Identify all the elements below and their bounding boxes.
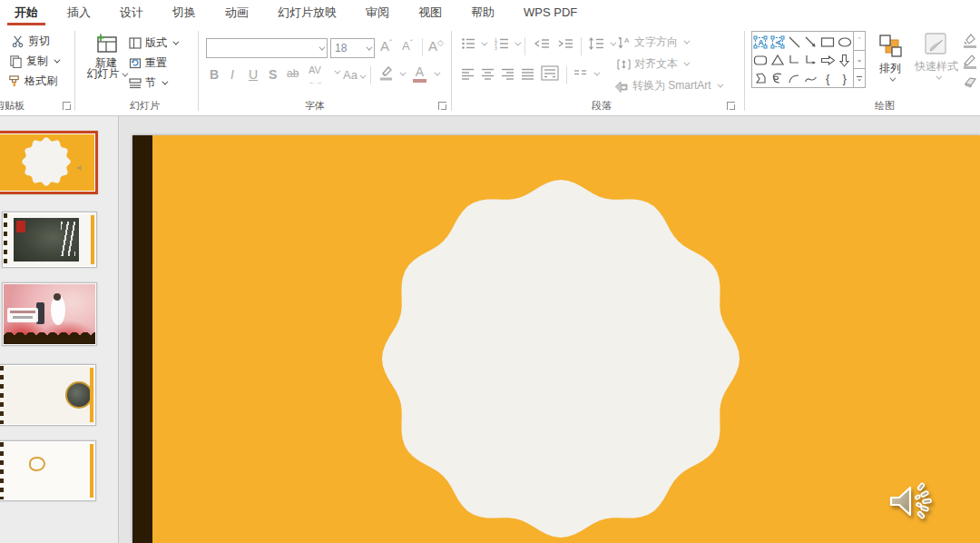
clipboard-dialog-launcher[interactable]: [63, 102, 71, 110]
tab-transitions[interactable]: 切换: [158, 0, 211, 25]
shape-arrow[interactable]: [803, 33, 820, 51]
font-dialog-launcher[interactable]: [438, 102, 446, 110]
tab-wps-pdf[interactable]: WPS PDF: [509, 0, 592, 25]
layout-button[interactable]: 版式: [129, 35, 177, 51]
increase-indent-button[interactable]: [557, 37, 573, 50]
copy-button[interactable]: 复制: [9, 54, 58, 69]
slide-thumbnail-panel: [0, 116, 119, 543]
tab-slideshow[interactable]: 幻灯片放映: [263, 0, 351, 25]
shape-elbow-arrow-connector[interactable]: [803, 51, 820, 69]
columns-button[interactable]: [573, 69, 598, 79]
thumb5-slide: [0, 442, 94, 499]
grow-font-button[interactable]: Aˆ: [380, 38, 392, 54]
character-spacing-button[interactable]: AV←→: [309, 64, 321, 86]
shape-freeform[interactable]: [752, 69, 769, 87]
tab-animations[interactable]: 动画: [211, 0, 263, 25]
thumb2-dashed-edge: [4, 213, 7, 266]
quick-styles-label: 快速样式: [915, 59, 958, 74]
underline-button[interactable]: U: [249, 67, 258, 82]
shadow-button[interactable]: S: [269, 67, 277, 82]
shape-scribble[interactable]: [769, 69, 787, 87]
shape-left-brace[interactable]: {: [819, 69, 837, 87]
cut-button[interactable]: 剪切: [11, 34, 50, 49]
numbering-button[interactable]: 123: [495, 37, 519, 50]
highlight-chevron[interactable]: [397, 69, 404, 78]
italic-button[interactable]: I: [230, 67, 234, 82]
slide-thumbnail-3[interactable]: [2, 282, 97, 346]
shape-right-arrow[interactable]: [819, 51, 837, 69]
tab-help[interactable]: 帮助: [456, 0, 509, 25]
clear-formatting-button[interactable]: A◇: [428, 38, 444, 54]
slide-thumbnail-4[interactable]: [0, 364, 96, 426]
font-color-chevron[interactable]: [432, 69, 438, 78]
section-button[interactable]: 节: [129, 75, 166, 91]
thumb4-accent-strip: [90, 368, 93, 422]
shrink-font-button[interactable]: Aˇ: [402, 38, 413, 53]
font-size-combobox[interactable]: 18: [330, 38, 375, 58]
paragraph-dialog-launcher[interactable]: [727, 102, 735, 110]
shape-horizontal-text-box[interactable]: A: [752, 33, 769, 51]
reset-button[interactable]: 重置: [129, 55, 167, 71]
decrease-indent-button[interactable]: [534, 37, 550, 50]
quick-styles-button[interactable]: 快速样式: [915, 31, 958, 80]
gallery-scroll-up[interactable]: ⌃: [854, 32, 865, 51]
text-direction-button[interactable]: A 文字方向: [617, 35, 688, 50]
format-painter-icon: [7, 74, 21, 88]
shape-arc[interactable]: [786, 69, 803, 87]
shape-right-brace[interactable]: }: [837, 69, 854, 87]
strikethrough-button[interactable]: ab: [287, 67, 299, 80]
smartart-label: 转换为 SmartArt: [632, 78, 711, 94]
align-right-button[interactable]: [501, 67, 514, 80]
bullets-button[interactable]: [461, 37, 485, 50]
font-name-combobox[interactable]: [206, 38, 328, 58]
shape-rectangle[interactable]: [819, 33, 837, 51]
new-slide-icon: [94, 34, 118, 55]
slide-thumbnail-2[interactable]: [2, 212, 97, 268]
slide-thumbnail-1[interactable]: [0, 131, 98, 194]
shape-elbow-connector[interactable]: [786, 51, 803, 69]
align-text-button[interactable]: 对齐文本: [617, 56, 688, 72]
justify-button[interactable]: [521, 67, 534, 80]
bold-button[interactable]: B: [210, 67, 219, 82]
change-case-button[interactable]: Aa: [343, 68, 364, 82]
tab-view[interactable]: 视图: [404, 0, 456, 25]
arrange-button[interactable]: 排列: [877, 33, 904, 82]
new-slide-button[interactable]: 新建 幻灯片: [87, 34, 125, 79]
shape-rounded-rectangle[interactable]: [752, 51, 769, 69]
align-left-button[interactable]: [461, 67, 475, 80]
thumb1-scallop-shape: [0, 134, 93, 191]
scalloped-circle-shape[interactable]: [132, 135, 980, 543]
shape-vertical-text-box[interactable]: A: [769, 33, 787, 51]
convert-smartart-button[interactable]: 转换为 SmartArt: [613, 78, 721, 94]
tab-review[interactable]: 审阅: [351, 0, 404, 25]
slide-thumbnail-5[interactable]: [0, 440, 96, 501]
align-text-label: 对齐文本: [634, 56, 678, 72]
shape-outline-icon: [962, 54, 978, 69]
shape-effects-button[interactable]: [962, 74, 978, 89]
shape-fill-button[interactable]: [962, 33, 978, 48]
text-highlight-button[interactable]: [378, 65, 395, 81]
tab-insert[interactable]: 插入: [53, 0, 105, 25]
group-label-paragraph: 段落: [592, 99, 612, 113]
line-spacing-button[interactable]: [588, 37, 614, 50]
format-painter-button[interactable]: 格式刷: [7, 74, 57, 89]
shape-outline-button[interactable]: [962, 54, 978, 69]
slide-canvas[interactable]: [132, 135, 980, 543]
character-spacing-chevron[interactable]: [332, 67, 338, 76]
thumb5-dashed-edge: [0, 442, 4, 499]
distribute-button[interactable]: [541, 65, 559, 81]
shape-oval[interactable]: [837, 33, 854, 51]
gallery-scroll-down[interactable]: ⌄: [854, 51, 865, 70]
tab-design[interactable]: 设计: [105, 0, 158, 25]
gallery-more-button[interactable]: ⌄: [854, 69, 865, 87]
shape-down-arrow[interactable]: [837, 51, 854, 69]
audio-speaker-icon[interactable]: [884, 476, 935, 527]
arrange-label: 排列: [879, 61, 901, 76]
font-color-button[interactable]: A: [413, 64, 426, 83]
align-center-button[interactable]: [481, 67, 495, 80]
shape-triangle[interactable]: [769, 51, 787, 69]
tab-home[interactable]: 开始: [0, 0, 53, 25]
shape-line[interactable]: [786, 33, 803, 51]
shape-curve[interactable]: [803, 69, 820, 87]
align-right-icon: [501, 67, 514, 80]
